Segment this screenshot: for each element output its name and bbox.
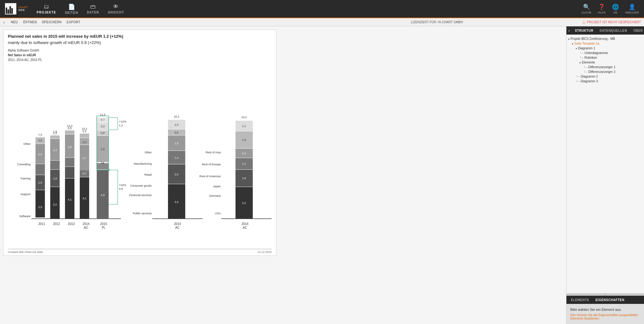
svg-text:10,0: 10,0 <box>67 124 73 128</box>
tab-ueber[interactable]: ÜBER <box>631 29 644 32</box>
svg-text:2015: 2015 <box>100 222 107 226</box>
svg-text:Japan: Japan <box>213 185 221 188</box>
back-button[interactable]: ‹ <box>3 20 5 25</box>
svg-text:Software: Software <box>19 215 30 218</box>
tab-datenquellen[interactable]: DATENQUELLEN <box>597 29 630 32</box>
logo-text: CHART WEB <box>18 6 28 12</box>
tree-differenz2[interactable]: └─ Differenzanzeiger 2 <box>583 69 642 74</box>
svg-text:2,5: 2,5 <box>68 146 72 149</box>
tree-seite[interactable]: ▸ Seite Template 1a <box>572 41 642 46</box>
tree-diagramm1[interactable]: ▸ Diagramm 1 <box>576 46 642 51</box>
unsaved-warning: ⚠ PROJEKT IST NICHT GESPEICHERT <box>582 20 641 25</box>
menu-neu[interactable]: NEU <box>11 20 18 24</box>
projekte-icon: 🗂 <box>44 3 49 10</box>
tab-eigenschaften[interactable]: EIGENSCHAFTEN <box>593 298 627 302</box>
nav-user[interactable]: 👤 MBESSER <box>625 3 639 14</box>
nav-daten-label: DATEN <box>87 11 99 14</box>
svg-text:2,2: 2,2 <box>38 153 42 156</box>
svg-rect-13 <box>35 190 45 217</box>
svg-text:Support: Support <box>20 193 30 196</box>
tree-label: Diagramm 2 <box>580 75 598 78</box>
tab-elemente[interactable]: ELEMENTE <box>568 298 592 302</box>
tree-link-icon: └─ <box>583 70 587 74</box>
chart-footer: Created with Chart-me Web 14.12.2015 <box>8 249 272 254</box>
svg-text:2,2: 2,2 <box>83 140 87 144</box>
svg-text:0,7: 0,7 <box>101 118 105 121</box>
svg-text:USA: USA <box>215 212 221 215</box>
tree-rubriken[interactable]: └─ Rubriken <box>580 55 642 60</box>
svg-text:1,0: 1,0 <box>175 123 179 126</box>
nav-ansicht-label: ANSICHT <box>108 11 124 14</box>
svg-text:AC: AC <box>243 226 247 229</box>
svg-text:2,0: 2,0 <box>175 173 179 176</box>
tree-link-icon: └─ <box>576 75 580 78</box>
chart-container: Planned net sales in 2015 will increase … <box>3 30 276 256</box>
svg-text:Training: Training <box>20 177 30 180</box>
svg-text:1,6: 1,6 <box>38 181 42 184</box>
right-panel: › STRUKTUR DATENQUELLEN ÜBER LOG ▸ Proje… <box>566 26 644 324</box>
structure-tree: ▸ Projekt IBCS Zertifizierung - MB ▸ Sei… <box>566 35 644 294</box>
svg-text:4,1: 4,1 <box>68 198 72 201</box>
nav-daten[interactable]: 🗃 DATEN <box>87 3 99 14</box>
svg-text:3,2: 3,2 <box>53 203 57 206</box>
svg-text:4,9: 4,9 <box>101 194 105 197</box>
tree-link-icon: └─ <box>583 66 587 69</box>
nav-ansicht[interactable]: 👁 ANSICHT <box>108 3 124 14</box>
footer-right: 14.12.2015 <box>257 250 272 254</box>
tree-label: Differenzanzeiger 1 <box>587 65 615 69</box>
nav-projekte[interactable]: 🗂 PROJEKTE <box>37 3 56 14</box>
tree-differenz1[interactable]: └─ Differenzanzeiger 1 <box>583 65 642 69</box>
tree-label: Projekt IBCS Zertifizierung - MB <box>571 37 615 41</box>
svg-rect-17 <box>35 164 45 175</box>
svg-text:1,1: 1,1 <box>242 124 246 128</box>
svg-text:2,7: 2,7 <box>83 157 87 160</box>
svg-text:3,5: 3,5 <box>175 200 179 204</box>
svg-text:10,2: 10,2 <box>174 115 179 118</box>
svg-text:AC: AC <box>175 226 180 229</box>
menu-export[interactable]: EXPORT <box>67 20 80 24</box>
svg-text:2,9: 2,9 <box>101 148 105 151</box>
tree-diagramm2[interactable]: └─ Diagramm 2 <box>576 74 642 79</box>
svg-text:7,9: 7,9 <box>53 130 57 133</box>
nav-suche[interactable]: 🔍 SUCHE <box>582 3 592 14</box>
unsaved-text: PROJEKT IST NICHT GESPEICHERT <box>587 20 641 24</box>
svg-text:10,2: 10,2 <box>241 116 247 119</box>
seiten-icon: 📄 <box>68 3 75 10</box>
tree-projekt[interactable]: ▸ Projekt IBCS Zertifizierung - MB <box>568 36 642 41</box>
chart-measure: Net Sales in mEUR <box>8 53 36 57</box>
warning-icon: ⚠ <box>582 20 586 25</box>
tree-label: Rubriken <box>584 56 597 59</box>
nav-hilfe[interactable]: ❓ HILFE <box>598 3 606 14</box>
svg-text:3,2: 3,2 <box>242 201 246 205</box>
svg-text:PL: PL <box>102 226 106 229</box>
suche-icon: 🔍 <box>583 3 590 10</box>
chart-title: Planned net sales in 2015 will increase … <box>8 34 272 39</box>
svg-text:2014: 2014 <box>83 222 90 226</box>
tree-arrow-icon: ▸ <box>580 61 581 64</box>
nav-language[interactable]: 🌐 DE <box>612 3 619 14</box>
tree-diagramm3[interactable]: └─ Diagramm 3 <box>576 79 642 84</box>
svg-rect-39 <box>65 130 74 134</box>
svg-text:1,9: 1,9 <box>53 177 57 180</box>
svg-text:Consulting: Consulting <box>17 163 30 166</box>
menu-speichern[interactable]: SPEICHERN <box>42 20 62 24</box>
logo-graphic <box>5 3 16 14</box>
svg-text:0,6: 0,6 <box>38 139 42 142</box>
tree-unterdiagramme[interactable]: └─ Unterdiagramme <box>580 51 642 55</box>
nav-projekte-label: PROJEKTE <box>37 11 56 14</box>
svg-text:+22%: +22% <box>119 184 126 187</box>
panel-toggle-button[interactable]: › <box>568 28 570 33</box>
nav-seiten[interactable]: 📄 SEITEN <box>65 3 78 14</box>
chart-period: 2011..2014 AC, 2015 PL <box>8 58 42 62</box>
svg-text:2,0: 2,0 <box>101 125 105 128</box>
svg-text:1,2: 1,2 <box>119 124 123 127</box>
svg-text:2014: 2014 <box>174 222 181 226</box>
svg-text:7,5: 7,5 <box>38 133 42 136</box>
tree-elemente[interactable]: ▸ Elemente <box>580 60 642 65</box>
tab-struktur[interactable]: STRUKTUR <box>572 29 596 32</box>
svg-text:4,1: 4,1 <box>83 197 87 200</box>
svg-text:1,9: 1,9 <box>242 138 246 141</box>
tree-arrow-icon: ▸ <box>568 37 570 41</box>
tree-link-icon: └─ <box>576 80 580 83</box>
menu-oeffnen[interactable]: ÖFFNEN <box>23 20 37 24</box>
